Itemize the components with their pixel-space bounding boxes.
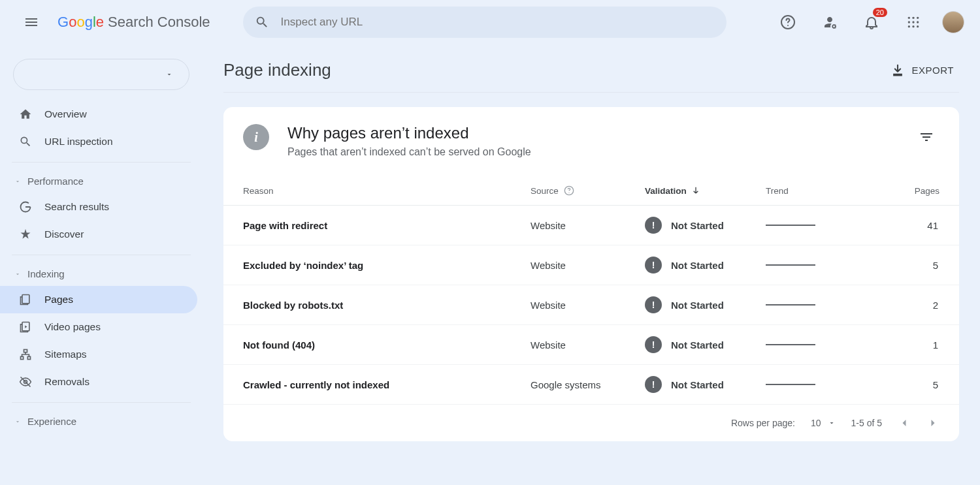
cell-validation: ! Not Started (645, 376, 766, 393)
cell-pages: 1 (896, 339, 939, 351)
apps-button[interactable] (900, 9, 926, 35)
table-row[interactable]: Blocked by robots.txt Website ! Not Star… (223, 285, 959, 325)
filter-icon (919, 129, 934, 145)
alert-icon: ! (645, 257, 662, 274)
prev-page-button[interactable] (898, 416, 911, 430)
sidebar-item-url-inspection[interactable]: URL inspection (0, 128, 197, 155)
svg-point-4 (912, 17, 914, 19)
sidebar-item-label: Removals (44, 376, 90, 388)
cell-source: Website (531, 339, 645, 351)
table-row[interactable]: Excluded by ‘noindex’ tag Website ! Not … (223, 245, 959, 285)
sidebar-item-label: Sitemaps (44, 349, 87, 360)
cell-reason: Not found (404) (243, 339, 531, 351)
help-button[interactable] (775, 9, 801, 35)
rows-per-page-label: Rows per page: (731, 418, 795, 428)
person-gear-icon (822, 14, 838, 30)
cell-validation: ! Not Started (645, 257, 766, 274)
cell-source: Website (531, 300, 645, 311)
export-label: EXPORT (912, 65, 954, 76)
property-selector[interactable] (13, 59, 189, 90)
svg-rect-15 (21, 356, 24, 359)
th-validation[interactable]: Validation (645, 185, 766, 196)
sidebar-group-label: Performance (27, 176, 84, 187)
trend-sparkline (766, 264, 815, 266)
trend-sparkline (766, 304, 815, 305)
cell-source: Google systems (531, 379, 645, 390)
search-input[interactable] (281, 16, 715, 29)
svg-rect-16 (27, 356, 30, 359)
alert-icon: ! (645, 336, 662, 353)
sidebar-group-label: Experience (27, 416, 76, 427)
export-button[interactable]: EXPORT (891, 64, 954, 77)
cell-validation: ! Not Started (645, 217, 766, 234)
rows-per-page-select[interactable]: 10 (811, 418, 836, 428)
account-avatar[interactable] (942, 11, 964, 33)
hamburger-menu-button[interactable] (16, 7, 47, 38)
trend-sparkline (766, 384, 815, 385)
sidebar-group-performance[interactable]: Performance (0, 169, 203, 193)
google-logo-text: Google (57, 14, 104, 31)
chevron-right-icon (926, 416, 939, 430)
notification-badge: 20 (873, 8, 887, 17)
cell-reason: Blocked by robots.txt (243, 300, 531, 311)
cell-trend (766, 384, 896, 385)
cell-pages: 2 (896, 300, 939, 311)
sidebar-item-pages[interactable]: Pages (0, 286, 197, 313)
cell-reason: Excluded by ‘noindex’ tag (243, 260, 531, 271)
info-icon: i (243, 124, 269, 150)
validation-status: Not Started (671, 379, 724, 390)
page-title: Page indexing (223, 60, 331, 80)
trend-sparkline (766, 225, 815, 226)
svg-rect-14 (24, 350, 27, 352)
sidebar-group-experience[interactable]: Experience (0, 409, 203, 433)
chevron-down-icon (828, 419, 836, 427)
svg-point-1 (787, 25, 789, 26)
url-inspect-search[interactable] (243, 7, 727, 38)
sidebar-group-indexing[interactable]: Indexing (0, 262, 203, 286)
filter-button[interactable] (913, 124, 939, 150)
rows-per-page-value: 10 (811, 418, 821, 428)
chevron-down-icon (14, 178, 21, 185)
sidebar-item-video-pages[interactable]: Video pages (0, 313, 197, 341)
sidebar-item-label: Search results (44, 201, 109, 213)
table-row[interactable]: Page with redirect Website ! Not Started… (223, 206, 959, 245)
alert-icon: ! (645, 296, 662, 313)
next-page-button[interactable] (926, 416, 939, 430)
apps-grid-icon (907, 16, 920, 29)
sidebar-item-label: URL inspection (44, 136, 113, 148)
search-icon (19, 135, 32, 148)
cell-trend (766, 304, 896, 305)
notifications-button[interactable]: 20 (858, 9, 885, 35)
chevron-left-icon (898, 416, 911, 430)
card-subtitle: Pages that aren’t indexed can’t be serve… (287, 146, 531, 158)
sidebar-item-sitemaps[interactable]: Sitemaps (0, 341, 197, 368)
logo: Google Search Console (57, 14, 210, 31)
user-settings-button[interactable] (817, 9, 843, 35)
table-row[interactable]: Not found (404) Website ! Not Started 1 (223, 325, 959, 365)
sidebar-item-label: Discover (44, 228, 84, 240)
help-icon[interactable] (564, 185, 574, 196)
svg-point-7 (912, 21, 914, 23)
th-trend: Trend (766, 186, 896, 196)
validation-status: Not Started (671, 220, 724, 231)
sidebar-item-search-results[interactable]: Search results (0, 193, 197, 221)
cell-reason: Page with redirect (243, 220, 531, 231)
validation-status: Not Started (671, 339, 724, 351)
pagination-range: 1-5 of 5 (851, 418, 882, 428)
svg-point-10 (912, 25, 914, 27)
cell-source: Website (531, 220, 645, 231)
cell-validation: ! Not Started (645, 336, 766, 353)
sidebar-item-discover[interactable]: Discover (0, 221, 197, 248)
cell-trend (766, 225, 896, 226)
svg-point-8 (917, 21, 919, 23)
th-pages: Pages (896, 186, 939, 196)
cell-pages: 41 (896, 220, 939, 231)
table-row[interactable]: Crawled - currently not indexed Google s… (223, 365, 959, 405)
svg-point-11 (917, 25, 919, 27)
cell-pages: 5 (896, 260, 939, 271)
card-title: Why pages aren’t indexed (287, 124, 531, 142)
svg-point-6 (908, 21, 910, 23)
sidebar-item-removals[interactable]: Removals (0, 368, 197, 396)
trend-sparkline (766, 344, 815, 345)
sidebar-item-overview[interactable]: Overview (0, 101, 197, 128)
